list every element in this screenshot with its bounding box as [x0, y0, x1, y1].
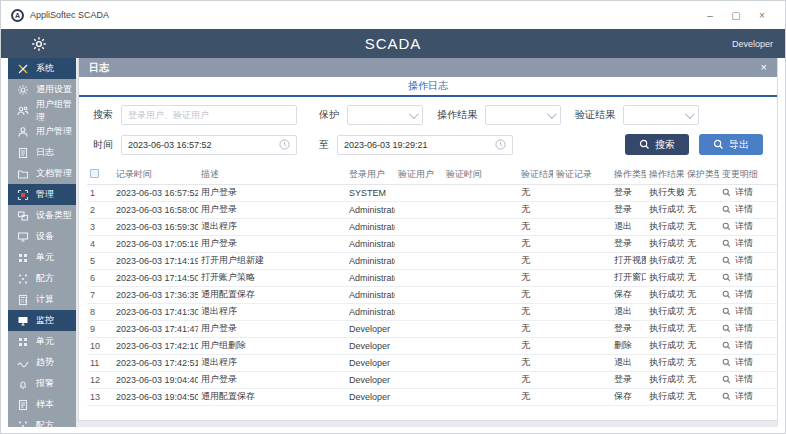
cell [553, 354, 611, 371]
sidebar-item-监控[interactable]: 监控 [8, 310, 76, 331]
table-row[interactable]: 122023-06-03 19:04:40用户登录Developer无登录执行成… [87, 371, 777, 388]
cell [395, 235, 443, 252]
sidebar-item-用户管理[interactable]: 用户管理 [8, 121, 76, 142]
magnifier-icon [722, 375, 731, 384]
panel-close-icon[interactable]: × [761, 62, 767, 73]
sidebar-item-单元[interactable]: 单元 [8, 247, 76, 268]
cell [395, 286, 443, 303]
detail-link[interactable]: 详情 [722, 322, 753, 335]
search-button[interactable]: 搜索 [625, 134, 689, 155]
app-logo-icon: A [11, 9, 24, 22]
tab-bar: 操作日志 [79, 77, 777, 97]
detail-link[interactable]: 详情 [722, 186, 753, 199]
cell: 退出程序 [198, 303, 346, 320]
search-placeholder: 登录用户、验证用户 [128, 109, 209, 122]
cell [113, 405, 198, 420]
table-row[interactable]: 22023-06-03 16:58:00用户登录Administrator无登录… [87, 201, 777, 218]
cell [443, 371, 518, 388]
cell: 执行成功 [646, 218, 684, 235]
maximize-button[interactable]: ▢ [723, 6, 749, 24]
detail-link[interactable]: 详情 [722, 305, 753, 318]
table-row[interactable]: 42023-06-03 17:05:18用户登录Administrator无登录… [87, 235, 777, 252]
cell [443, 218, 518, 235]
cell [518, 405, 553, 420]
sidebar-item-配方[interactable]: 配方 [8, 415, 76, 427]
sidebar-item-设备[interactable]: 设备 [8, 226, 76, 247]
sidebar-item-label: 用户组管理 [36, 98, 76, 124]
sidebar-item-label: 设备类型 [36, 209, 72, 222]
sidebar-item-样本[interactable]: 样本 [8, 394, 76, 415]
protection-select[interactable] [347, 105, 423, 125]
table-row[interactable]: 52023-06-03 17:14:19打开用户组新建Administrator… [87, 252, 777, 269]
search-input[interactable]: 登录用户、验证用户 [121, 105, 297, 125]
sidebar-item-报警[interactable]: 报警 [8, 373, 76, 394]
detail-link[interactable]: 详情 [722, 271, 753, 284]
sidebar-item-日志[interactable]: 日志 [8, 142, 76, 163]
cell: Administrator [346, 201, 395, 218]
time-to-input[interactable]: 2023-06-03 19:29:21 [337, 135, 513, 155]
detail-link[interactable]: 详情 [722, 390, 753, 403]
time-from-input[interactable]: 2023-06-03 16:57:52 [121, 135, 297, 155]
cell: 执行成功 [646, 337, 684, 354]
table-row[interactable]: 82023-06-03 17:41:30退出程序Administrator无退出… [87, 303, 777, 320]
table-row[interactable]: 102023-06-03 17:42:10用户组删除Developer无删除执行… [87, 337, 777, 354]
table-row[interactable]: 112023-06-03 17:42:51退出程序Developer无退出执行成… [87, 354, 777, 371]
cell: 无 [684, 269, 719, 286]
cell: 无 [684, 184, 719, 201]
detail-link[interactable]: 详情 [722, 220, 753, 233]
filter-area: 搜索 登录用户、验证用户 保护 操作结果 验证结果 [79, 97, 777, 163]
monitor-icon [17, 315, 29, 327]
detail-link[interactable]: 详情 [722, 288, 753, 301]
magnifier-icon [722, 392, 731, 401]
cell: 2023-06-03 16:59:30 [113, 218, 198, 235]
detail-link[interactable]: 详情 [722, 373, 753, 386]
table-row[interactable]: 12023-06-03 16:57:52用户登录SYSTEM无登录执行失败无详情 [87, 184, 777, 201]
sidebar-item-文档管理[interactable]: 文档管理 [8, 163, 76, 184]
table-row[interactable]: 62023-06-03 17:14:50打开账户策略Administrator无… [87, 269, 777, 286]
cell [553, 303, 611, 320]
detail-link[interactable]: 详情 [722, 203, 753, 216]
cell [553, 405, 611, 420]
verify-result-select[interactable] [623, 105, 699, 125]
sidebar-item-用户组管理[interactable]: 用户组管理 [8, 100, 76, 121]
cell: 执行成功 [646, 388, 684, 405]
detail-link[interactable]: 详情 [722, 356, 753, 369]
table-row[interactable]: 72023-06-03 17:36:35通用配置保存Administrator无… [87, 286, 777, 303]
cell: 2023-06-03 16:58:00 [113, 201, 198, 218]
op-result-select[interactable] [485, 105, 561, 125]
column-header: 验证记录 [553, 165, 611, 184]
detail-link[interactable]: 详情 [722, 254, 753, 267]
table-row[interactable]: 32023-06-03 16:59:30退出程序Administrator无退出… [87, 218, 777, 235]
detail-link[interactable]: 详情 [722, 237, 753, 250]
minimize-button[interactable]: – [697, 6, 723, 24]
tab-operation-log[interactable]: 操作日志 [408, 79, 448, 93]
cell: 打开视图 [611, 252, 646, 269]
sidebar: 系统通用设置用户组管理用户管理日志文档管理管理设备类型设备单元配方计算监控单元趋… [8, 58, 76, 427]
sidebar-item-label: 日志 [36, 146, 54, 159]
cell: 打开账户策略 [198, 269, 346, 286]
sidebar-item-趋势[interactable]: 趋势 [8, 352, 76, 373]
table-row[interactable]: 92023-06-03 17:41:47用户登录Developer无登录执行成功… [87, 320, 777, 337]
column-header: 保护类型 [684, 165, 719, 184]
chevron-down-icon [409, 109, 419, 119]
column-header: 验证时间 [443, 165, 518, 184]
chevron-down-icon [685, 109, 695, 119]
close-button[interactable]: × [749, 6, 775, 24]
column-header: 记录时间 [113, 165, 198, 184]
export-button[interactable]: 导出 [699, 134, 763, 155]
cell: 登录 [611, 371, 646, 388]
detail-link[interactable]: 详情 [722, 339, 753, 352]
sidebar-item-系统[interactable]: 系统 [8, 58, 76, 79]
sidebar-item-计算[interactable]: 计算 [8, 289, 76, 310]
cell: 用户登录 [198, 371, 346, 388]
sidebar-item-配方[interactable]: 配方 [8, 268, 76, 289]
sidebar-item-单元[interactable]: 单元 [8, 331, 76, 352]
sidebar-item-管理[interactable]: 管理 [8, 184, 76, 205]
table-row[interactable]: 132023-06-03 19:04:50通用配置保存Developer无保存执… [87, 388, 777, 405]
sidebar-item-设备类型[interactable]: 设备类型 [8, 205, 76, 226]
current-user-label[interactable]: Developer [732, 39, 773, 49]
cell: 5 [87, 252, 113, 269]
search-label: 搜索 [93, 108, 113, 122]
select-all-checkbox[interactable] [90, 169, 99, 178]
sidebar-item-label: 趋势 [36, 356, 54, 369]
